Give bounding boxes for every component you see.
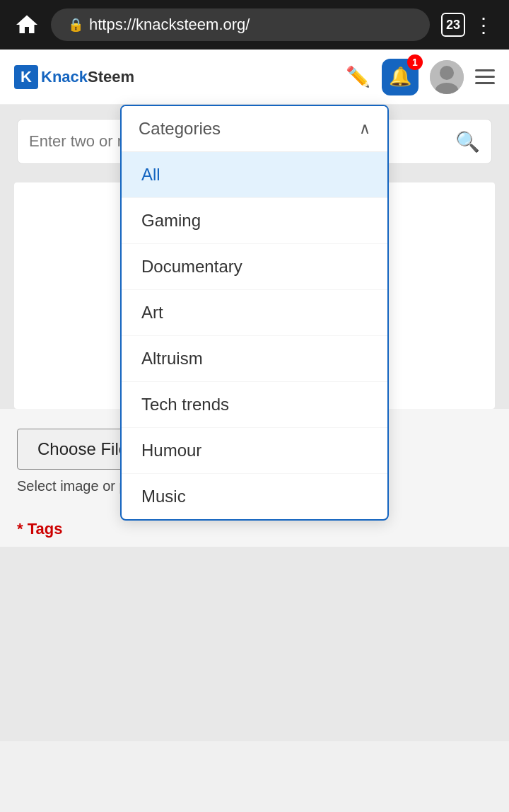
- category-item-humour[interactable]: Humour: [122, 428, 387, 474]
- search-icon: 🔍: [455, 131, 480, 153]
- hamburger-menu-icon[interactable]: [475, 69, 495, 84]
- notification-badge: 1: [407, 54, 423, 70]
- logo-steem: Steem: [88, 68, 134, 86]
- category-item-gaming[interactable]: Gaming: [122, 198, 387, 244]
- url-bar[interactable]: 🔒 https://knacksteem.org/: [51, 8, 430, 41]
- lock-icon: 🔒: [68, 17, 83, 33]
- avatar[interactable]: [430, 60, 464, 94]
- category-item-art[interactable]: Art: [122, 290, 387, 336]
- tags-label: * Tags: [17, 520, 62, 538]
- dropdown-header[interactable]: Categories ∧: [122, 106, 387, 152]
- more-options-icon[interactable]: ⋮: [474, 13, 495, 37]
- chevron-up-icon: ∧: [359, 120, 370, 138]
- svg-point-1: [440, 66, 454, 80]
- categories-dropdown: Categories ∧ All Gaming Documentary Art …: [120, 105, 389, 521]
- status-bar-right: 23 ⋮: [441, 13, 495, 37]
- category-item-documentary[interactable]: Documentary: [122, 244, 387, 290]
- url-text: https://knacksteem.org/: [89, 16, 250, 34]
- bell-icon: 🔔: [389, 66, 411, 88]
- tab-count[interactable]: 23: [441, 13, 465, 37]
- notification-button[interactable]: 🔔 1: [382, 59, 419, 95]
- status-bar: 🔒 https://knacksteem.org/ 23 ⋮: [0, 0, 509, 50]
- logo: K KnackSteem: [14, 65, 134, 89]
- dropdown-label: Categories: [139, 119, 221, 139]
- header-actions: ✏️ 🔔 1: [346, 59, 495, 95]
- search-button[interactable]: 🔍: [455, 130, 480, 153]
- logo-k-icon: K: [14, 65, 38, 89]
- logo-knack: Knack: [41, 68, 88, 86]
- app-header: K KnackSteem ✏️ 🔔 1: [0, 50, 509, 105]
- edit-icon[interactable]: ✏️: [346, 65, 370, 88]
- category-item-music[interactable]: Music: [122, 474, 387, 519]
- category-item-altruism[interactable]: Altruism: [122, 336, 387, 382]
- category-item-all[interactable]: All: [122, 152, 387, 198]
- status-bar-left: [14, 12, 40, 37]
- main-content: 🔍 Categories ∧ All Gaming Documentary Ar…: [0, 105, 509, 741]
- logo-text: KnackSteem: [41, 68, 134, 86]
- home-icon[interactable]: [14, 12, 40, 37]
- category-item-tech-trends[interactable]: Tech trends: [122, 382, 387, 428]
